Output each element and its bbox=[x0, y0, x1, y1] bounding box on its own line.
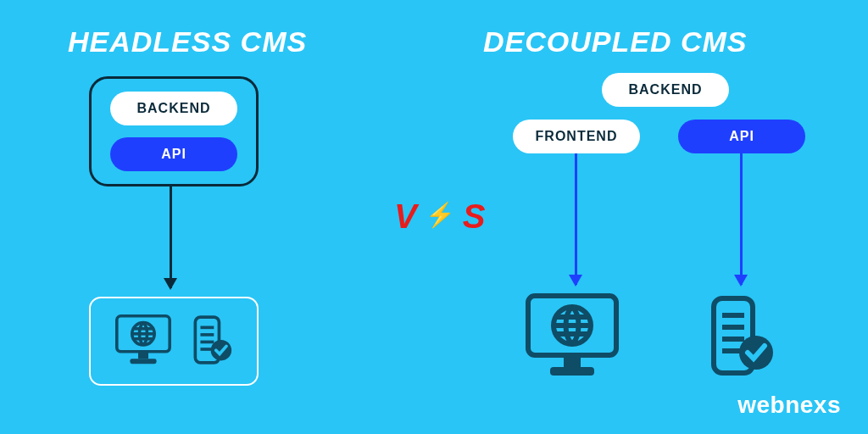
mobile-check-icon bbox=[189, 313, 236, 370]
headless-api-pill: API bbox=[110, 137, 237, 171]
lightning-icon: ⚡ bbox=[425, 203, 455, 226]
decoupled-backend-pill: BACKEND bbox=[602, 73, 729, 107]
svg-rect-2 bbox=[130, 359, 156, 364]
decoupled-title: DECOUPLED CMS bbox=[483, 25, 747, 58]
vs-v: V bbox=[394, 198, 419, 235]
headless-box: BACKEND API bbox=[89, 76, 259, 186]
headless-devices-box bbox=[89, 297, 259, 386]
decoupled-frontend-pill: FRONTEND bbox=[513, 120, 640, 153]
decoupled-api-pill: API bbox=[678, 120, 805, 153]
decoupled-arrow-api bbox=[740, 153, 743, 285]
decoupled-connector bbox=[576, 107, 729, 109]
headless-arrow bbox=[170, 186, 172, 288]
decoupled-group: BACKEND FRONTEND API bbox=[483, 73, 822, 395]
mobile-check-icon bbox=[704, 293, 780, 381]
headless-title: HEADLESS CMS bbox=[68, 25, 307, 58]
brand-logo: webnexs bbox=[737, 392, 841, 419]
decoupled-arrow-frontend bbox=[575, 153, 577, 285]
svg-rect-1 bbox=[138, 351, 148, 358]
desktop-globe-icon bbox=[113, 312, 174, 371]
desktop-globe-icon bbox=[521, 289, 623, 386]
vs-badge: V⚡S bbox=[394, 199, 487, 233]
headless-backend-pill: BACKEND bbox=[110, 92, 237, 125]
svg-rect-14 bbox=[564, 355, 581, 367]
svg-rect-15 bbox=[550, 367, 594, 376]
